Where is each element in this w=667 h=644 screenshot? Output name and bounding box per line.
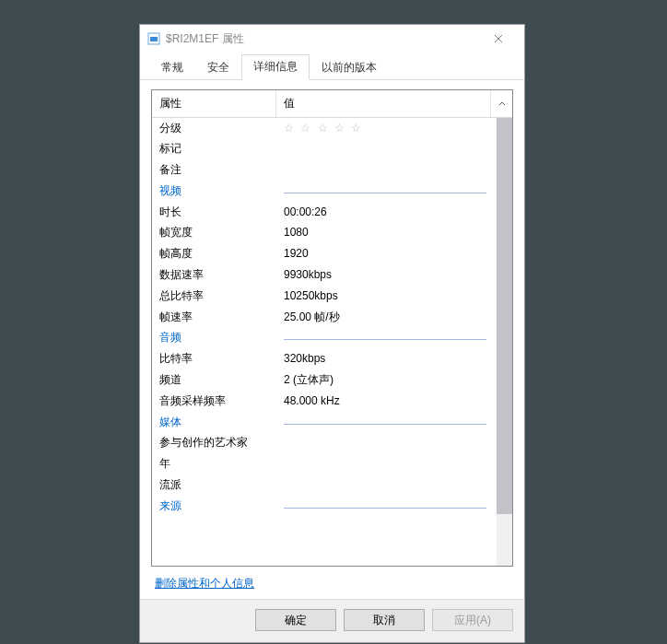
row-channels[interactable]: 频道 2 (立体声) — [152, 370, 512, 392]
value: 320kbps — [276, 353, 512, 366]
cancel-button[interactable]: 取消 — [344, 609, 425, 631]
label: 帧宽度 — [152, 227, 276, 240]
button-bar: 确定 取消 应用(A) — [140, 599, 524, 642]
section-divider — [284, 339, 486, 340]
tab-security[interactable]: 安全 — [195, 55, 241, 80]
section-label: 媒体 — [152, 416, 276, 429]
value: 00:00:26 — [276, 206, 512, 219]
label: 总比特率 — [152, 290, 276, 303]
value: 1920 — [276, 248, 512, 261]
section-video: 视频 — [152, 181, 512, 202]
value: 9930kbps — [276, 269, 512, 282]
row-frame-width[interactable]: 帧宽度 1080 — [152, 223, 512, 244]
properties-dialog: $RI2M1EF 属性 常规 安全 详细信息 以前的版本 属性 值 — [139, 24, 525, 643]
section-origin: 来源 — [152, 496, 512, 517]
svg-rect-1 — [150, 37, 158, 41]
value[interactable] — [276, 479, 512, 492]
value[interactable] — [276, 143, 512, 156]
titlebar: $RI2M1EF 属性 — [140, 25, 524, 53]
header-sort-caret[interactable] — [490, 90, 512, 117]
apply-button[interactable]: 应用(A) — [432, 609, 513, 631]
close-button[interactable] — [480, 26, 517, 52]
value: 10250kbps — [276, 290, 512, 303]
tab-details[interactable]: 详细信息 — [241, 54, 310, 80]
value[interactable] — [276, 458, 512, 471]
tab-content: 属性 值 分级 ☆ ☆ ☆ ☆ ☆ 标记 备注 — [140, 80, 524, 599]
row-genre[interactable]: 流派 — [152, 475, 512, 497]
row-duration[interactable]: 时长 00:00:26 — [152, 202, 512, 223]
details-listbox: 属性 值 分级 ☆ ☆ ☆ ☆ ☆ 标记 备注 — [151, 89, 513, 567]
label: 比特率 — [152, 353, 276, 366]
header-property[interactable]: 属性 — [152, 90, 276, 117]
label: 帧速率 — [152, 311, 276, 324]
rating-stars[interactable]: ☆ ☆ ☆ ☆ ☆ — [276, 123, 512, 135]
row-comments[interactable]: 备注 — [152, 160, 512, 181]
value[interactable] — [276, 164, 512, 177]
row-tags[interactable]: 标记 — [152, 139, 512, 160]
label: 频道 — [152, 374, 276, 387]
label: 音频采样频率 — [152, 395, 276, 408]
row-data-rate[interactable]: 数据速率 9930kbps — [152, 265, 512, 287]
label: 备注 — [152, 164, 276, 177]
label: 流派 — [152, 479, 276, 492]
row-total-bitrate[interactable]: 总比特率 10250kbps — [152, 286, 512, 307]
section-label: 来源 — [152, 500, 276, 513]
section-divider — [284, 424, 486, 425]
tab-general[interactable]: 常规 — [149, 55, 195, 80]
value: 25.00 帧/秒 — [276, 311, 512, 324]
section-divider — [284, 508, 486, 509]
section-audio: 音频 — [152, 328, 512, 349]
section-divider — [284, 193, 486, 193]
row-sample-rate[interactable]: 音频采样频率 48.000 kHz — [152, 391, 512, 412]
label: 参与创作的艺术家 — [152, 437, 276, 450]
value: 1080 — [276, 227, 512, 240]
window-title: $RI2M1EF 属性 — [166, 31, 480, 47]
remove-properties-link[interactable]: 删除属性和个人信息 — [155, 576, 513, 591]
ok-button[interactable]: 确定 — [255, 609, 336, 631]
scrollbar-thumb[interactable] — [497, 118, 512, 514]
tab-strip: 常规 安全 详细信息 以前的版本 — [140, 53, 524, 80]
row-audio-bitrate[interactable]: 比特率 320kbps — [152, 349, 512, 370]
section-media: 媒体 — [152, 412, 512, 433]
list-header: 属性 值 — [152, 90, 512, 118]
label: 分级 — [152, 123, 276, 135]
header-value[interactable]: 值 — [276, 90, 490, 117]
section-label: 音频 — [152, 332, 276, 345]
tab-previous-versions[interactable]: 以前的版本 — [310, 55, 389, 80]
file-icon — [147, 32, 160, 45]
row-frame-rate[interactable]: 帧速率 25.00 帧/秒 — [152, 307, 512, 328]
row-frame-height[interactable]: 帧高度 1920 — [152, 244, 512, 265]
label: 时长 — [152, 206, 276, 219]
row-contributing-artists[interactable]: 参与创作的艺术家 — [152, 433, 512, 454]
row-year[interactable]: 年 — [152, 454, 512, 475]
label: 标记 — [152, 143, 276, 156]
value: 48.000 kHz — [276, 395, 512, 408]
row-rating[interactable]: 分级 ☆ ☆ ☆ ☆ ☆ — [152, 118, 512, 139]
section-label: 视频 — [152, 185, 276, 198]
value[interactable] — [276, 437, 512, 450]
label: 年 — [152, 458, 276, 471]
label: 帧高度 — [152, 248, 276, 261]
value: 2 (立体声) — [276, 374, 512, 387]
list-rows: 分级 ☆ ☆ ☆ ☆ ☆ 标记 备注 视频 时长 00:00:26 — [152, 118, 512, 566]
label: 数据速率 — [152, 269, 276, 282]
